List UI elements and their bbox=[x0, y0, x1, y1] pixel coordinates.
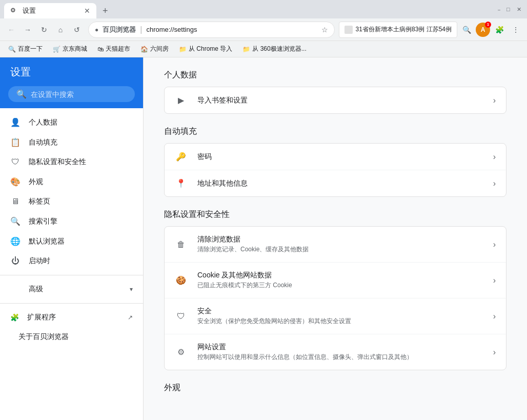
home-button[interactable]: ⌂ bbox=[53, 23, 68, 37]
personal-section-title: 个人数据 bbox=[164, 70, 506, 81]
sidebar-item-extensions[interactable]: 🧩 扩展程序 ↗ bbox=[0, 308, 143, 327]
sidebar: 设置 🔍 👤 个人数据 📋 自动填充 🛡 隐私 bbox=[0, 57, 144, 420]
sidebar-header: 设置 bbox=[0, 57, 143, 86]
search-button[interactable]: 🔍 bbox=[459, 23, 474, 37]
search-bar-area: 🔍 bbox=[0, 86, 143, 108]
bookmark-chrome-import[interactable]: 📁 从 Chrome 导入 bbox=[175, 44, 236, 54]
privacy-card: 🗑 清除浏览数据 清除浏览记录、Cookie、缓存及其他数据 › 🍪 Cooki… bbox=[164, 226, 506, 370]
bookmark-baidu[interactable]: 🔍 百度一下 bbox=[4, 44, 47, 54]
sidebar-item-appearance[interactable]: 🎨 外观 bbox=[0, 172, 143, 192]
toolbar-right: 🔍 A 1 🧩 ⋮ bbox=[459, 23, 523, 37]
security-icon: 🛡 bbox=[175, 312, 187, 321]
cookies-icon: 🍪 bbox=[175, 275, 187, 285]
address-url: chrome://settings bbox=[146, 26, 317, 33]
default-browser-label: 默认浏览器 bbox=[29, 237, 133, 246]
sidebar-item-personal[interactable]: 👤 个人数据 bbox=[0, 112, 143, 132]
notification-badge: 1 bbox=[485, 22, 491, 28]
site-security-icon: ● bbox=[95, 26, 98, 33]
import-bookmarks-content: 导入书签和设置 bbox=[197, 96, 493, 105]
address-item[interactable]: 📍 地址和其他信息 › bbox=[165, 170, 506, 196]
extensions-button[interactable]: 🧩 bbox=[492, 23, 506, 37]
password-content: 密码 bbox=[197, 152, 493, 162]
news-ticker[interactable]: 31省份新增本土病例83例 江苏54例 bbox=[339, 22, 457, 38]
profile-avatar[interactable]: A 1 bbox=[476, 23, 490, 37]
sidebar-item-tabs[interactable]: 🖥 标签页 bbox=[0, 192, 143, 211]
sidebar-item-privacy[interactable]: 🛡 隐私设置和安全性 bbox=[0, 152, 143, 172]
tab-close-button[interactable]: ✕ bbox=[84, 7, 90, 15]
security-item[interactable]: 🛡 安全 安全浏览（保护您免受危险网站的侵害）和其他安全设置 › bbox=[165, 298, 506, 334]
bookmark-tmall-label: 天猫超市 bbox=[106, 45, 130, 53]
sidebar-item-startup[interactable]: ⏻ 启动时 bbox=[0, 251, 143, 271]
extensions-label: 扩展程序 bbox=[27, 313, 56, 322]
address-arrow-icon: › bbox=[493, 179, 496, 188]
about-label: 关于百贝浏览器 bbox=[18, 332, 69, 342]
security-title: 安全 bbox=[197, 307, 493, 316]
clear-browsing-item[interactable]: 🗑 清除浏览数据 清除浏览记录、Cookie、缓存及其他数据 › bbox=[165, 227, 506, 263]
tabs-icon: 🖥 bbox=[10, 197, 21, 206]
appearance-section-title: 外观 bbox=[164, 383, 506, 393]
address-content: 地址和其他信息 bbox=[197, 179, 493, 188]
avatar-label: A bbox=[481, 26, 485, 33]
jd-icon: 🛒 bbox=[53, 46, 60, 53]
address-title: 地址和其他信息 bbox=[197, 179, 493, 188]
address-separator: | bbox=[140, 25, 142, 34]
back-button[interactable]: ← bbox=[4, 23, 18, 37]
maximize-button[interactable]: □ bbox=[506, 6, 513, 12]
site-settings-title: 网站设置 bbox=[197, 343, 493, 352]
cookies-title: Cookie 及其他网站数据 bbox=[197, 271, 493, 280]
extensions-external-icon: ↗ bbox=[128, 314, 133, 321]
minimize-button[interactable]: － bbox=[496, 6, 502, 12]
new-tab-button[interactable]: + bbox=[98, 6, 112, 16]
news-image bbox=[344, 26, 353, 34]
active-tab[interactable]: ⚙ 设置 ✕ bbox=[4, 3, 96, 18]
sidebar-item-default-browser[interactable]: 🌐 默认浏览器 bbox=[0, 231, 143, 251]
import-bookmarks-item[interactable]: ▶ 导入书签和设置 › bbox=[165, 87, 506, 113]
clear-browsing-content: 清除浏览数据 清除浏览记录、Cookie、缓存及其他数据 bbox=[197, 235, 493, 254]
import-bookmarks-arrow-icon: › bbox=[493, 96, 496, 105]
tabs-label: 标签页 bbox=[29, 197, 133, 206]
extensions-nav-icon: 🧩 bbox=[10, 313, 19, 322]
title-bar: ⚙ 设置 ✕ + － □ ✕ bbox=[0, 0, 527, 18]
search-input-wrap[interactable]: 🔍 bbox=[8, 86, 135, 102]
sidebar-item-about[interactable]: 关于百贝浏览器 bbox=[0, 327, 143, 347]
site-settings-item[interactable]: ⚙ 网站设置 控制网站可以使用和显示什么信息（如位置信息、摄像头、弹出式窗口及其… bbox=[165, 334, 506, 370]
bookmark-tmall[interactable]: 🛍 天猫超市 bbox=[93, 44, 134, 54]
cookies-content: Cookie 及其他网站数据 已阻止无痕模式下的第三方 Cookie bbox=[197, 271, 493, 290]
clear-browsing-icon: 🗑 bbox=[175, 240, 187, 249]
sidebar-item-search[interactable]: 🔍 搜索引擎 bbox=[0, 211, 143, 231]
sidebar-nav: 👤 个人数据 📋 自动填充 🛡 隐私设置和安全性 🎨 外观 🖥 标 bbox=[0, 108, 143, 351]
privacy-section: 隐私设置和安全性 🗑 清除浏览数据 清除浏览记录、Cookie、缓存及其他数据 … bbox=[164, 209, 506, 370]
cookies-item[interactable]: 🍪 Cookie 及其他网站数据 已阻止无痕模式下的第三方 Cookie › bbox=[165, 263, 506, 298]
bookmark-360-import[interactable]: 📁 从 360极速浏览器... bbox=[238, 44, 310, 54]
bookmark-chrome-label: 从 Chrome 导入 bbox=[189, 45, 232, 53]
autofill-card: 🔑 密码 › 📍 地址和其他信息 › bbox=[164, 143, 506, 197]
sidebar-item-advanced[interactable]: 高级 ▾ bbox=[0, 279, 143, 299]
close-window-button[interactable]: ✕ bbox=[517, 6, 523, 12]
bookmark-star-icon[interactable]: ☆ bbox=[321, 26, 328, 34]
advanced-label: 高级 bbox=[29, 285, 43, 294]
search-label: 搜索引擎 bbox=[29, 217, 133, 226]
autofill-section-title: 自动填充 bbox=[164, 126, 506, 137]
privacy-label: 隐私设置和安全性 bbox=[29, 157, 133, 167]
sidebar-item-autofill[interactable]: 📋 自动填充 bbox=[0, 132, 143, 152]
password-item[interactable]: 🔑 密码 › bbox=[165, 144, 506, 170]
cookies-arrow-icon: › bbox=[493, 276, 496, 285]
site-name: 百贝浏览器 bbox=[103, 25, 136, 34]
page-content: 设置 🔍 👤 个人数据 📋 自动填充 🛡 隐私 bbox=[0, 57, 527, 420]
more-menu-button[interactable]: ⋮ bbox=[509, 23, 523, 37]
address-bar[interactable]: ● 百贝浏览器 | chrome://settings ☆ bbox=[88, 22, 335, 38]
bookmarks-bar: 🔍 百度一下 🛒 京东商城 🛍 天猫超市 🏠 六间房 📁 从 Chrome 导入… bbox=[0, 41, 527, 57]
settings-search-input[interactable] bbox=[31, 90, 127, 98]
password-title: 密码 bbox=[197, 152, 493, 162]
settings-tab-icon: ⚙ bbox=[10, 7, 18, 15]
personal-data-section: 个人数据 ▶ 导入书签和设置 › bbox=[164, 70, 506, 114]
refresh-button[interactable]: ↻ bbox=[37, 23, 51, 37]
bookmark-jd[interactable]: 🛒 京东商城 bbox=[49, 44, 91, 54]
reload-button[interactable]: ↺ bbox=[70, 23, 84, 37]
nav-divider bbox=[0, 275, 143, 275]
chrome-import-icon: 📁 bbox=[179, 46, 187, 53]
settings-title: 设置 bbox=[10, 65, 31, 79]
bookmark-liujianfang[interactable]: 🏠 六间房 bbox=[136, 44, 173, 54]
forward-button[interactable]: → bbox=[21, 23, 35, 37]
appearance-label: 外观 bbox=[29, 177, 133, 187]
